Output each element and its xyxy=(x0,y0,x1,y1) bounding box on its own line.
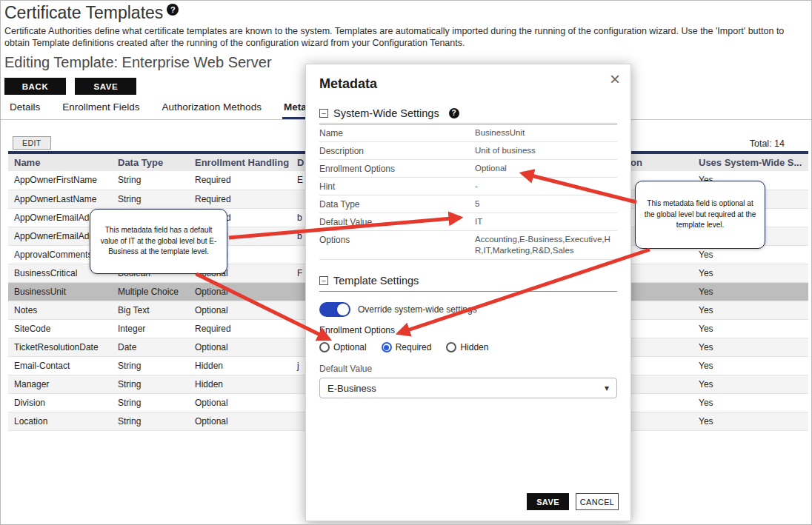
collapse-icon[interactable]: − xyxy=(319,276,328,285)
table-cell-data-type: Big Text xyxy=(112,301,189,319)
tab-enrollment-fields[interactable]: Enrollment Fields xyxy=(61,101,141,119)
table-cell-data-type: String xyxy=(112,393,189,412)
field-label: Enrollment Options xyxy=(319,163,475,174)
table-cell-col5 xyxy=(625,375,693,393)
table-cell-enrollment-handling: Optional xyxy=(189,412,291,430)
tab-details[interactable]: Details xyxy=(8,101,41,119)
column-header-name[interactable]: Name xyxy=(8,153,112,171)
modal-title: Metadata xyxy=(319,75,617,93)
help-icon[interactable]: ? xyxy=(449,108,459,118)
table-cell-col5 xyxy=(625,301,693,319)
field-label: Options xyxy=(319,234,475,256)
back-button[interactable]: BACK xyxy=(4,78,66,95)
modal-save-button[interactable]: SAVE xyxy=(527,493,569,510)
help-icon[interactable]: ? xyxy=(167,4,179,16)
table-cell-name: AppOwnerFirstName xyxy=(8,171,112,190)
system-section-title: System-Wide Settings xyxy=(333,107,439,119)
table-cell-col5 xyxy=(625,412,693,430)
override-toggle-row: Override system-wide settings xyxy=(319,302,617,317)
tab-authorization-methods[interactable]: Authorization Methods xyxy=(161,101,263,119)
table-cell-uses-system-wide: Yes xyxy=(693,319,808,338)
override-toggle[interactable] xyxy=(319,302,350,317)
column-header-data-type[interactable]: Data Type xyxy=(112,153,189,171)
section-divider xyxy=(319,291,617,292)
table-cell-enrollment-handling: Optional xyxy=(189,301,291,319)
table-cell-uses-system-wide: Yes xyxy=(693,375,808,393)
field-row-hint: Hint- xyxy=(319,178,617,195)
radio-optional[interactable]: Optional xyxy=(319,342,367,352)
field-label: Hint xyxy=(319,181,475,192)
callout-right-text: This metadata field is optional at the g… xyxy=(642,198,759,231)
callout-enrollment-option: This metadata field is optional at the g… xyxy=(635,181,765,249)
table-cell-uses-system-wide: Yes xyxy=(693,338,808,356)
table-cell-data-type: String xyxy=(112,412,189,430)
override-toggle-label: Override system-wide settings xyxy=(358,304,477,315)
table-cell-data-type: String xyxy=(112,190,189,208)
column-header-enrollment-handling[interactable]: Enrollment Handling xyxy=(189,153,291,171)
table-cell-col5 xyxy=(625,319,693,338)
table-cell-enrollment-handling: Hidden xyxy=(189,356,291,375)
table-cell-col5 xyxy=(625,393,693,412)
field-label: Description xyxy=(319,145,475,156)
table-cell-uses-system-wide: Yes xyxy=(693,393,808,412)
radio-hidden[interactable]: Hidden xyxy=(446,342,488,352)
table-cell-name: Notes xyxy=(8,301,112,319)
table-cell-enrollment-handling: Hidden xyxy=(189,375,291,393)
table-cell-name: Location xyxy=(8,412,112,430)
table-cell-col5 xyxy=(625,282,693,301)
metadata-modal: Metadata × − System-Wide Settings ? Name… xyxy=(305,64,631,521)
collapse-icon[interactable]: − xyxy=(319,109,328,118)
table-cell-data-type: Integer xyxy=(112,319,189,338)
radio-label: Required xyxy=(396,342,432,352)
field-label: Name xyxy=(319,127,475,138)
system-fields: NameBusinessUnitDescriptionUnit of busin… xyxy=(319,124,617,260)
field-row-description: DescriptionUnit of business xyxy=(319,142,617,160)
table-cell-data-type: Multiple Choice xyxy=(112,282,189,301)
callout-default-value: This metadata field has a default value … xyxy=(90,209,227,274)
callout-left-text: This metadata field has a default value … xyxy=(96,225,221,258)
enrollment-options-label: Enrollment Options xyxy=(319,325,617,335)
table-cell-name: Manager xyxy=(8,375,112,393)
table-cell-enrollment-handling: Required xyxy=(189,190,291,208)
save-button[interactable]: SAVE xyxy=(75,78,136,95)
field-row-name: NameBusinessUnit xyxy=(319,124,617,142)
table-cell-uses-system-wide: Yes xyxy=(693,264,808,282)
field-label: Default Value xyxy=(319,216,475,227)
table-cell-name: AppOwnerLastName xyxy=(8,190,112,208)
toggle-knob-icon xyxy=(337,304,349,315)
table-cell-col5 xyxy=(625,356,693,375)
edit-button[interactable]: EDIT xyxy=(13,136,51,150)
table-cell-data-type: Date xyxy=(112,338,189,356)
template-section-title: Template Settings xyxy=(333,275,419,287)
close-icon[interactable]: × xyxy=(610,70,620,88)
radio-required[interactable]: Required xyxy=(382,342,432,352)
page-description: Certificate Authorities define what cert… xyxy=(4,25,793,49)
field-row-options: OptionsAccounting,E-Business,Executive,H… xyxy=(319,231,617,260)
table-cell-name: Division xyxy=(8,393,112,412)
field-value: Accounting,E-Business,Executive,HR,IT,Ma… xyxy=(475,234,617,256)
table-cell-enrollment-handling: Required xyxy=(189,171,291,190)
modal-footer: SAVE CANCEL xyxy=(527,493,619,510)
table-cell-uses-system-wide: Yes xyxy=(693,412,808,430)
modal-cancel-button[interactable]: CANCEL xyxy=(576,493,619,510)
table-cell-enrollment-handling: Optional xyxy=(189,393,291,412)
total-count-label: Total: 14 xyxy=(750,138,785,149)
radio-circle-icon xyxy=(319,342,330,352)
table-cell-data-type: String xyxy=(112,375,189,393)
table-cell-enrollment-handling: Optional xyxy=(189,338,291,356)
field-value: 5 xyxy=(475,198,617,210)
column-header-on[interactable]: on xyxy=(625,153,693,171)
default-value-selected: E-Business xyxy=(327,383,376,394)
enrollment-options-radiogroup: OptionalRequiredHidden xyxy=(319,342,617,352)
table-cell-enrollment-handling: Optional xyxy=(189,282,291,301)
radio-circle-icon xyxy=(446,342,456,352)
template-settings-header: − Template Settings xyxy=(319,275,617,287)
field-value: Unit of business xyxy=(475,145,617,156)
field-value: BusinessUnit xyxy=(475,127,617,138)
default-value-select[interactable]: E-Business ▾ xyxy=(319,378,617,398)
radio-label: Optional xyxy=(333,342,367,352)
table-cell-name: SiteCode xyxy=(8,319,112,338)
system-wide-settings-header: − System-Wide Settings ? xyxy=(319,107,617,119)
radio-label: Hidden xyxy=(460,342,488,352)
column-header-uses-system-wide-s-[interactable]: Uses System-Wide S... xyxy=(693,153,808,171)
